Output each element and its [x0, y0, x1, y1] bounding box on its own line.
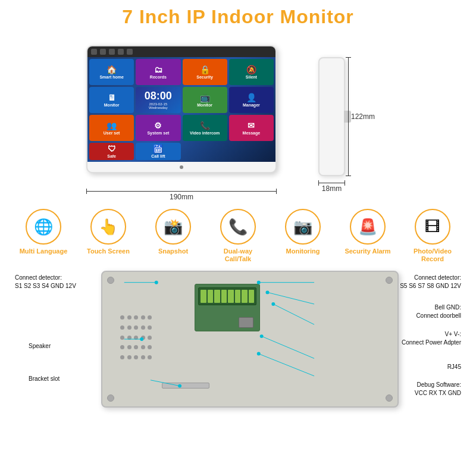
feature-label-security-alarm: Security Alarm — [345, 248, 390, 255]
speaker-grille — [120, 315, 153, 363]
features-section: 🌐 Multi Language 👆 Touch Screen 📸 Snapsh… — [0, 198, 476, 268]
app-tile-monitor2: 📺Monitor — [183, 87, 227, 113]
dualway-icon: 📞 — [228, 218, 248, 236]
speaker-dot — [134, 355, 138, 359]
monitor-mic — [180, 165, 183, 169]
terminal-pin — [249, 290, 255, 303]
app-tile-records: 🗂Records — [136, 59, 180, 85]
app-tile-userset: 👥User set — [89, 115, 134, 141]
speaker-dot — [141, 325, 145, 330]
app-tile-manager: 👤Manager — [229, 87, 274, 113]
ann-text-bracket: Bracket slot — [29, 375, 60, 383]
height-dimension: 122mm — [348, 57, 375, 176]
speaker-dot — [120, 345, 124, 349]
ann-text-connect-s1: Connect detector: S1 S2 S3 S4 GND 12V — [15, 274, 76, 290]
feature-touch-screen: 👆 Touch Screen — [80, 209, 137, 255]
bracket-slot — [162, 383, 209, 389]
speaker-dot — [148, 355, 152, 359]
feature-snapshot: 📸 Snapshot — [145, 209, 202, 255]
feature-circle-dual-way: 📞 — [220, 209, 256, 245]
speaker-dot — [127, 315, 131, 320]
monitor-front-view: 🏠Smart home 🗂Records 🔒Security 🔕Silent 🖥… — [86, 45, 289, 188]
side-body — [318, 57, 345, 176]
terminal-pin — [242, 290, 248, 303]
speaker-dot — [148, 315, 152, 320]
feature-monitoring: 📷 Monitoring — [275, 209, 331, 255]
screw-br — [386, 394, 393, 402]
width-dimension: 190mm — [86, 191, 277, 201]
touchscreen-icon: 👆 — [99, 218, 118, 236]
svg-point-9 — [266, 291, 270, 295]
speaker-dot — [141, 315, 145, 320]
app-tile-clock: 08:002023-02-15Wednesday — [136, 87, 180, 113]
feature-label-monitoring: Monitoring — [286, 248, 320, 255]
page-title: 7 Inch IP Indoor Monitor — [0, 0, 476, 32]
app-tile-smarthome: 🏠Smart home — [89, 59, 134, 85]
back-section: Connect detector: S1 S2 S3 S4 GND 12V Sp… — [12, 271, 464, 419]
terminal-pin — [214, 290, 220, 303]
speaker-dot — [141, 355, 145, 359]
feature-circle-security-alarm: 🚨 — [350, 209, 386, 245]
status-icon-3 — [109, 49, 115, 55]
speaker-dot — [127, 355, 131, 359]
ann-text-power: V+ V-: Connect Power Adpter — [402, 330, 461, 347]
securityalarm-icon: 🚨 — [358, 218, 377, 236]
svg-point-15 — [257, 352, 261, 356]
speaker-dot — [134, 345, 138, 349]
monitor-screen: 🏠Smart home 🗂Records 🔒Security 🔕Silent 🖥… — [87, 57, 275, 162]
back-panel — [101, 271, 399, 408]
speaker-dot — [148, 336, 152, 340]
speaker-dot — [127, 345, 131, 349]
ann-text-bell-gnd: Bell GND: Connect doorbell — [416, 303, 461, 320]
speaker-dot — [120, 325, 124, 330]
speaker-dot — [141, 345, 145, 349]
svg-line-12 — [262, 336, 314, 358]
terminal-pin — [221, 290, 227, 303]
speaker-dot — [148, 345, 152, 349]
monitor-section: 🏠Smart home 🗂Records 🔒Security 🔕Silent 🖥… — [0, 32, 476, 198]
feature-circle-monitoring: 📷 — [285, 209, 321, 245]
feature-circle-snapshot: 📸 — [155, 209, 191, 245]
rj45-port — [239, 317, 253, 328]
app-tile-monitor: 🖥Monitor — [89, 87, 134, 113]
app-tile-systemset: ⚙System set — [136, 115, 180, 141]
feature-dual-way-call: 📞 Dual-way Call/Talk — [210, 209, 267, 263]
speaker-dot — [148, 325, 152, 330]
svg-point-13 — [260, 335, 264, 339]
speaker-dot — [134, 315, 138, 320]
photovideo-icon: 🎞 — [425, 218, 440, 236]
svg-point-11 — [271, 302, 275, 306]
terminal-pin — [208, 290, 214, 303]
app-tile-videointercom: 📞Video intercom — [183, 115, 227, 141]
app-tile-silent: 🔕Silent — [229, 59, 274, 85]
monitoring-icon: 📷 — [293, 218, 312, 236]
speaker-dot — [134, 336, 138, 340]
terminal-block — [198, 287, 256, 305]
ann-text-debug: Debug Software: VCC RX TX GND — [415, 381, 461, 397]
ann-text-speaker: Speaker — [29, 342, 51, 350]
screw-tr — [386, 277, 393, 284]
feature-security-alarm: 🚨 Security Alarm — [340, 209, 396, 255]
monitor-side-view: 122mm 18mm — [318, 45, 390, 188]
svg-point-1 — [155, 281, 158, 284]
speaker-dot — [120, 336, 124, 340]
speaker-dot — [120, 315, 124, 320]
terminal-pin — [235, 290, 241, 303]
terminal-pin — [228, 290, 234, 303]
feature-circle-multi-language: 🌐 — [26, 209, 61, 245]
monitor-status-bar — [87, 46, 275, 57]
app-tile-message: ✉Message — [229, 115, 274, 141]
feature-multi-language: 🌐 Multi Language — [15, 209, 72, 255]
status-icon-4 — [118, 49, 124, 55]
ann-text-rj45: RJ45 — [447, 363, 461, 371]
feature-circle-touch-screen: 👆 — [90, 209, 126, 245]
multilanguage-icon: 🌐 — [34, 218, 53, 236]
feature-label-multi-language: Multi Language — [20, 248, 68, 255]
speaker-dot — [127, 336, 131, 340]
feature-label-touch-screen: Touch Screen — [87, 248, 130, 255]
pcb-area — [195, 284, 260, 331]
feature-label-photo-video: Photo/Video Record — [405, 248, 461, 263]
speaker-dot — [127, 325, 131, 330]
svg-line-10 — [273, 304, 314, 324]
screw-bl — [107, 394, 114, 402]
